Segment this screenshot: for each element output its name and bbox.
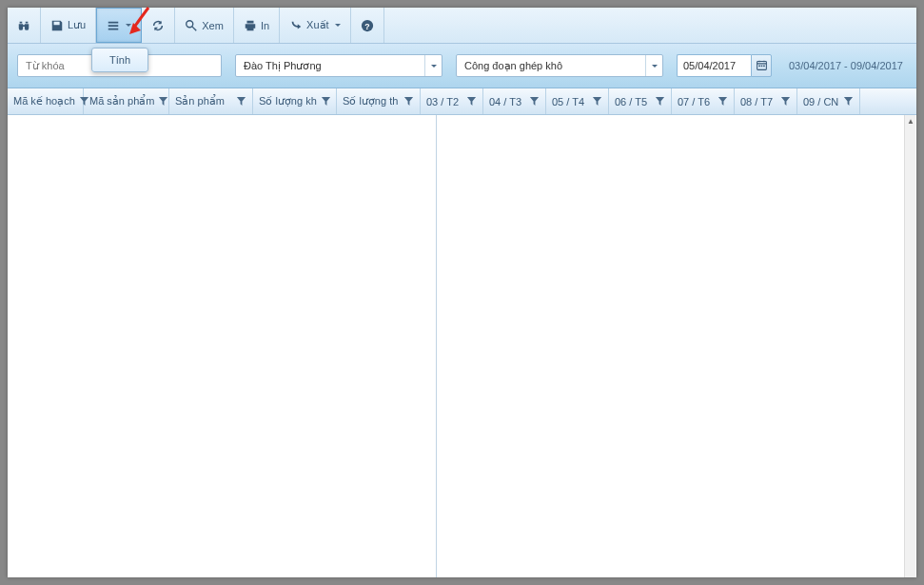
- combo-arrow-icon[interactable]: [645, 55, 662, 76]
- stage-combo[interactable]: [456, 54, 663, 77]
- save-label: Lưu: [68, 19, 86, 31]
- help-button[interactable]: ?: [351, 8, 384, 43]
- print-label: In: [261, 20, 269, 31]
- calendar-button[interactable]: [751, 54, 772, 77]
- column-header[interactable]: 08 / T7: [735, 88, 797, 114]
- filter-icon[interactable]: [780, 96, 791, 107]
- filter-icon[interactable]: [529, 96, 540, 107]
- filter-icon[interactable]: [236, 96, 246, 107]
- column-label: Số lượng kh: [259, 95, 317, 107]
- scroll-up-icon[interactable]: ▲: [905, 115, 916, 127]
- export-button[interactable]: Xuất: [280, 8, 351, 43]
- column-header[interactable]: 04 / T3: [483, 88, 546, 114]
- column-label: 08 / T7: [740, 96, 777, 107]
- help-icon: ?: [361, 19, 374, 32]
- column-header[interactable]: 06 / T5: [609, 88, 672, 114]
- vertical-scrollbar[interactable]: ▲: [904, 115, 915, 577]
- menu-dropdown[interactable]: Tính: [91, 48, 148, 72]
- column-header[interactable]: Sản phẩm: [169, 88, 253, 114]
- print-icon: [244, 19, 257, 32]
- person-combo[interactable]: [235, 54, 442, 77]
- column-label: 04 / T3: [489, 96, 525, 107]
- menu-button[interactable]: [96, 8, 142, 43]
- search-button[interactable]: [8, 8, 41, 43]
- filter-icon[interactable]: [592, 96, 602, 107]
- svg-point-0: [187, 20, 193, 27]
- column-label: 06 / T5: [615, 96, 651, 107]
- column-label: Mã kế hoạch: [13, 95, 75, 107]
- filter-icon[interactable]: [843, 96, 854, 107]
- grid-body: ▲: [8, 115, 916, 577]
- filter-icon[interactable]: [718, 96, 728, 107]
- column-header[interactable]: Số lượng th: [337, 88, 421, 114]
- column-label: 03 / T2: [426, 96, 462, 107]
- date-picker: [677, 54, 772, 77]
- person-combo-input[interactable]: [236, 58, 424, 73]
- svg-rect-6: [763, 65, 765, 67]
- export-icon: [289, 19, 303, 32]
- combo-arrow-icon[interactable]: [424, 55, 442, 76]
- save-button[interactable]: Lưu: [41, 8, 96, 43]
- column-header[interactable]: 09 / CN: [797, 88, 860, 114]
- grid-header: Mã kế hoạchMã sản phẩmSản phẩmSố lượng k…: [8, 88, 916, 115]
- column-label: Sản phẩm: [175, 95, 232, 107]
- filter-icon[interactable]: [403, 96, 414, 107]
- grid-left-pane: [8, 115, 437, 577]
- column-header[interactable]: 03 / T2: [421, 88, 483, 114]
- menu-item-tinh[interactable]: Tính: [109, 54, 130, 66]
- menu-icon: [107, 19, 120, 32]
- calendar-icon: [756, 59, 768, 73]
- toolbar: Lưu Xem In: [8, 8, 916, 44]
- column-label: Mã sản phẩm: [89, 95, 154, 107]
- column-header[interactable]: Mã sản phẩm: [84, 88, 169, 114]
- svg-rect-4: [758, 65, 760, 67]
- stage-combo-input[interactable]: [457, 58, 645, 73]
- caret-down-icon: [335, 24, 341, 27]
- caret-down-icon: [126, 24, 131, 27]
- view-icon: [185, 19, 198, 32]
- filter-icon[interactable]: [466, 96, 477, 107]
- print-button[interactable]: In: [234, 8, 280, 43]
- refresh-icon: [151, 19, 165, 32]
- svg-rect-5: [760, 65, 762, 67]
- filter-icon[interactable]: [655, 96, 665, 107]
- binoculars-icon: [17, 19, 30, 32]
- column-label: 09 / CN: [803, 96, 839, 107]
- column-header[interactable]: 05 / T4: [546, 88, 609, 114]
- grid-right-pane: ▲: [437, 115, 916, 577]
- app-window: Lưu Xem In: [8, 8, 916, 577]
- date-input[interactable]: [677, 54, 751, 77]
- view-label: Xem: [202, 20, 224, 31]
- column-label: 05 / T4: [552, 96, 588, 107]
- data-grid: Mã kế hoạchMã sản phẩmSản phẩmSố lượng k…: [8, 88, 916, 577]
- save-icon: [50, 19, 64, 32]
- refresh-button[interactable]: [142, 8, 175, 43]
- column-header[interactable]: Số lượng kh: [253, 88, 337, 114]
- column-header[interactable]: 07 / T6: [672, 88, 735, 114]
- svg-text:?: ?: [364, 21, 369, 30]
- column-label: 07 / T6: [678, 96, 714, 107]
- filter-icon[interactable]: [321, 96, 331, 107]
- export-label: Xuất: [306, 19, 329, 31]
- column-label: Số lượng th: [343, 95, 400, 107]
- column-header[interactable]: Mã kế hoạch: [8, 88, 84, 114]
- filter-icon[interactable]: [158, 96, 168, 107]
- view-button[interactable]: Xem: [175, 8, 234, 43]
- date-range-label: 03/04/2017 - 09/04/2017: [785, 60, 907, 71]
